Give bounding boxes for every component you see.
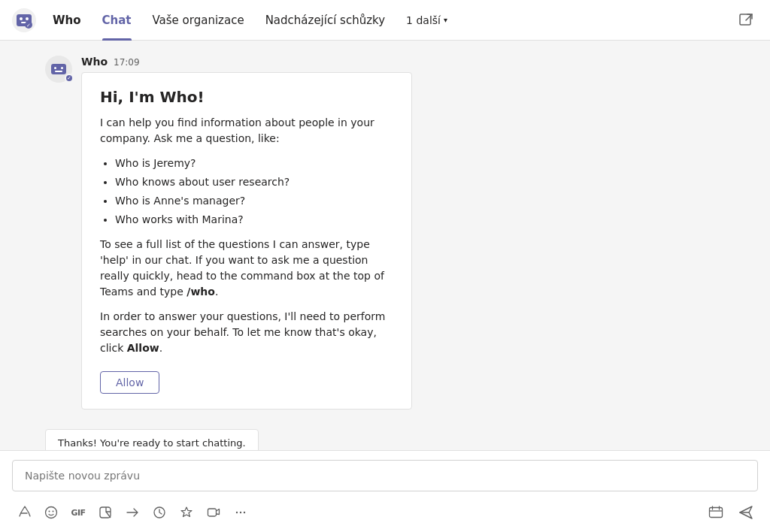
chevron-down-icon: ▾ (444, 16, 447, 24)
allow-button[interactable]: Allow (100, 371, 159, 394)
system-message-row: Thanks! You're ready to start chatting. (45, 422, 725, 450)
app-name[interactable]: Who (42, 0, 92, 41)
svg-point-13 (46, 507, 57, 518)
svg-text:✓: ✓ (26, 23, 31, 29)
svg-rect-9 (51, 64, 66, 74)
svg-rect-18 (208, 509, 217, 516)
message-card: Hi, I'm Who! I can help you find informa… (81, 72, 412, 410)
svg-rect-22 (710, 508, 723, 518)
svg-rect-3 (26, 17, 29, 20)
svg-rect-10 (54, 67, 56, 69)
video-icon[interactable] (202, 500, 226, 524)
list-item: Who knows about user research? (115, 174, 393, 190)
svg-rect-12 (55, 71, 62, 72)
sticker-icon[interactable] (93, 500, 117, 524)
format-icon[interactable] (12, 500, 36, 524)
svg-point-19 (236, 512, 238, 513)
card-examples: Who is Jeremy? Who knows about user rese… (115, 156, 393, 228)
tab-vase-organizace[interactable]: Vaše organizace (142, 0, 255, 41)
toolbar: GIF (0, 497, 770, 532)
svg-point-20 (240, 512, 241, 513)
emoji-icon[interactable] (39, 500, 63, 524)
list-item: Who is Jeremy? (115, 156, 393, 171)
avatar-who (45, 56, 72, 83)
message-input-wrapper (0, 451, 770, 497)
main-content: Who 17:09 Hi, I'm Who! I can help you fi… (0, 41, 770, 532)
svg-point-15 (53, 511, 54, 512)
system-message-text: Thanks! You're ready to start chatting. (58, 437, 246, 449)
card-intro: I can help you find information about pe… (100, 115, 393, 147)
list-item: Who works with Marina? (115, 212, 393, 228)
message-content: Who 17:09 Hi, I'm Who! I can help you fi… (81, 56, 725, 410)
svg-point-21 (244, 512, 245, 513)
svg-rect-11 (61, 67, 63, 69)
message-time: 17:09 (114, 57, 140, 68)
send-button[interactable] (734, 500, 758, 524)
list-item: Who is Anne's manager? (115, 193, 393, 209)
chat-area: Who 17:09 Hi, I'm Who! I can help you fi… (0, 41, 770, 450)
praise-icon[interactable] (174, 500, 199, 524)
message-row-who: Who 17:09 Hi, I'm Who! I can help you fi… (45, 56, 725, 410)
card-permission: In order to answer your questions, I'll … (100, 309, 393, 356)
avatar-badge (65, 74, 74, 83)
loop-icon[interactable] (147, 500, 171, 524)
sender-name: Who (81, 56, 108, 68)
card-body: I can help you find information about pe… (100, 115, 393, 394)
card-help: To see a full list of the questions I ca… (100, 237, 393, 300)
more-icon[interactable] (229, 500, 253, 524)
card-title: Hi, I'm Who! (100, 88, 393, 106)
tab-chat[interactable]: Chat (92, 0, 142, 41)
nav-right-area (734, 8, 758, 32)
system-message-bubble: Thanks! You're ready to start chatting. (45, 429, 259, 450)
tab-more[interactable]: 1 další ▾ (396, 0, 458, 41)
toolbar-right (704, 500, 758, 524)
svg-rect-7 (740, 14, 750, 25)
command-code: /who (186, 286, 215, 298)
tab-nadchazejici[interactable]: Nadcházející schůzky (255, 0, 396, 41)
svg-point-14 (49, 511, 50, 512)
message-meta: Who 17:09 (81, 56, 725, 68)
app-logo: ✓ (12, 8, 36, 32)
input-area: GIF (0, 450, 770, 532)
message-input[interactable] (12, 460, 758, 491)
top-nav: ✓ Who Chat Vaše organizace Nadcházející … (0, 0, 770, 41)
gif-icon[interactable]: GIF (66, 500, 90, 524)
svg-rect-2 (20, 17, 23, 20)
pop-out-icon[interactable] (734, 8, 758, 32)
schedule-send-icon[interactable] (704, 500, 728, 524)
send-forward-icon[interactable] (120, 500, 144, 524)
